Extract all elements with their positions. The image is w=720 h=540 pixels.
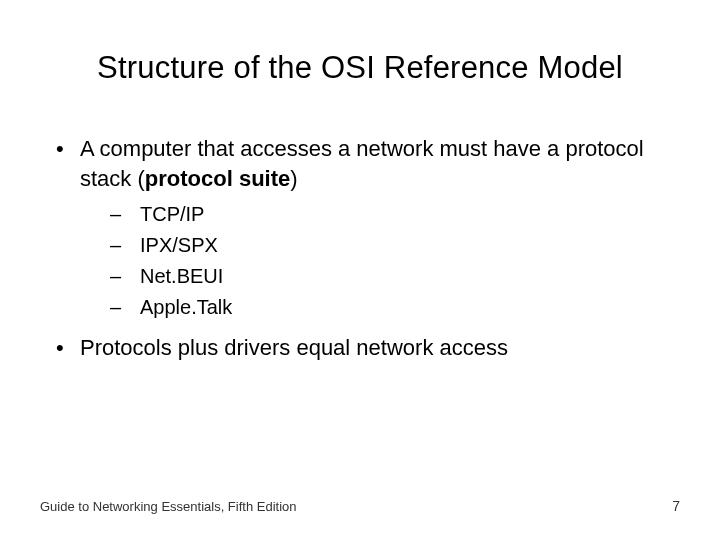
bullet-text-bold: protocol suite (145, 166, 290, 191)
dash-marker: – (110, 292, 140, 323)
sub-list: – TCP/IP – IPX/SPX – Net.BEUI – Apple.Ta… (52, 199, 680, 323)
bullet-text: A computer that accesses a network must … (80, 134, 680, 193)
slide-title: Structure of the OSI Reference Model (40, 50, 680, 86)
dash-marker: – (110, 230, 140, 261)
sub-item-text: IPX/SPX (140, 230, 218, 261)
slide-content: • A computer that accesses a network mus… (40, 134, 680, 363)
sub-item-text: TCP/IP (140, 199, 204, 230)
bullet-marker: • (52, 333, 80, 363)
bullet-text: Protocols plus drivers equal network acc… (80, 333, 680, 363)
dash-marker: – (110, 261, 140, 292)
bullet-item: • A computer that accesses a network mus… (52, 134, 680, 193)
dash-marker: – (110, 199, 140, 230)
footer-page-number: 7 (672, 498, 680, 514)
sub-item-text: Apple.Talk (140, 292, 232, 323)
bullet-text-post: ) (290, 166, 297, 191)
bullet-item: • Protocols plus drivers equal network a… (52, 333, 680, 363)
footer-source: Guide to Networking Essentials, Fifth Ed… (40, 499, 297, 514)
sub-item: – Apple.Talk (110, 292, 680, 323)
bullet-text-pre: Protocols plus drivers equal network acc… (80, 335, 508, 360)
sub-item: – TCP/IP (110, 199, 680, 230)
sub-item: – Net.BEUI (110, 261, 680, 292)
slide-footer: Guide to Networking Essentials, Fifth Ed… (40, 498, 680, 514)
bullet-marker: • (52, 134, 80, 164)
sub-item-text: Net.BEUI (140, 261, 223, 292)
sub-item: – IPX/SPX (110, 230, 680, 261)
